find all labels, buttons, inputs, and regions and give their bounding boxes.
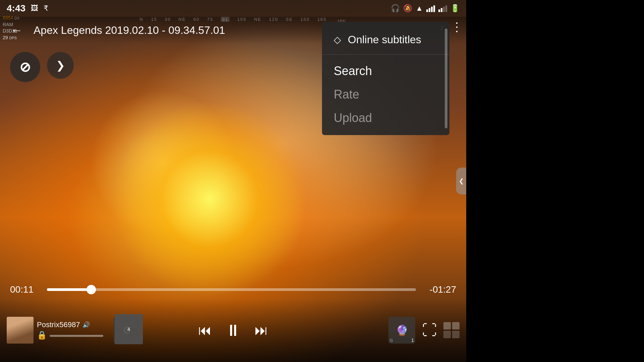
subtitle-dropdown: ◇ Online subtitles Search Rate Upload (322, 22, 449, 135)
bar1 (438, 9, 440, 12)
subtitle-diamond-icon: ◇ (334, 34, 341, 45)
menu-item-upload[interactable]: Upload (322, 104, 449, 132)
rotate-icon: ⊘ (19, 59, 31, 75)
video-area: 4:43 🖼 ₹ 🎧 🔕 ▲ 🔋 8954 DX RA (0, 0, 466, 362)
bar2 (429, 8, 430, 12)
headphone-icon: 🎧 (391, 4, 400, 13)
ammo-label: G (390, 338, 393, 343)
rate-label: Rate (334, 87, 359, 102)
progress-fill (47, 288, 91, 291)
bar3 (431, 7, 433, 12)
progress-area: 00:11 -01:27 (0, 284, 466, 295)
ammo-symbol: 🔮 (396, 324, 408, 336)
more-options-icon[interactable]: ⋮ (451, 20, 463, 34)
hud-block (452, 331, 460, 338)
upload-label: Upload (334, 111, 372, 125)
hud-row1 (443, 322, 460, 329)
signal-bars-2 (438, 5, 447, 12)
center-controls: ⏮ ⏸ ⏭ (158, 321, 309, 340)
rotate-button[interactable]: ⊘ (10, 52, 40, 82)
lock-icon: 🔒 (37, 330, 47, 340)
hud-row2 (443, 331, 460, 338)
dropdown-scrollbar[interactable] (445, 28, 447, 128)
progress-thumb[interactable] (87, 285, 96, 294)
squad-icon[interactable]: ⚙ 4 (113, 317, 140, 344)
bar4 (433, 5, 435, 12)
next-chapter-icon: ❯ (56, 59, 65, 72)
bar4 (445, 5, 447, 12)
bottom-hud-numbers (443, 322, 460, 338)
status-left: 4:43 🖼 ₹ (7, 3, 48, 14)
prev-button[interactable]: ⏮ (198, 323, 212, 338)
hud-block (452, 322, 460, 329)
ammo-icon[interactable]: 🔮 1 G (388, 317, 415, 344)
menu-item-search[interactable]: Search (322, 55, 449, 81)
bottom-bar: Postrix56987 🔊 🔒 ⚙ 4 ⏮ ⏸ ⏭ 🔮 (0, 298, 466, 362)
video-title: Apex Legends 2019.02.10 - 09.34.57.01 (34, 24, 225, 37)
player-audio-icon: 🔊 (83, 321, 90, 328)
menu-item-online-subtitles[interactable]: ◇ Online subtitles (322, 25, 449, 55)
online-subtitles-label: Online subtitles (348, 34, 421, 46)
time-remaining: -01:27 (423, 284, 456, 295)
right-controls: 🔮 1 G ⛶ (309, 317, 460, 344)
fullscreen-button[interactable]: ⛶ (422, 322, 437, 339)
hud-block (443, 322, 451, 329)
next-button[interactable]: ⏭ (255, 323, 268, 338)
time-current: 00:11 (10, 284, 40, 295)
signal-bars-1 (426, 5, 435, 12)
lock-slider[interactable] (50, 335, 103, 337)
avatar-image (7, 317, 34, 344)
bar1 (426, 9, 428, 12)
hud-block (443, 331, 451, 338)
search-label: Search (334, 64, 372, 78)
player-info: Postrix56987 🔊 🔒 ⚙ 4 (7, 317, 158, 344)
squad-badge: 4 (115, 314, 143, 344)
wifi-icon: ▲ (416, 4, 423, 13)
status-time: 4:43 (7, 3, 25, 14)
bar2 (441, 8, 442, 12)
pause-button[interactable]: ⏸ (225, 321, 241, 340)
rupee-status-icon: ₹ (44, 4, 48, 13)
status-right: 🎧 🔕 ▲ 🔋 (391, 4, 460, 13)
right-edge-tab[interactable]: ❮ (456, 168, 466, 194)
progress-bar[interactable] (47, 288, 416, 291)
back-button[interactable]: ← (7, 20, 27, 40)
ammo-count: 1 (411, 338, 414, 343)
status-bar: 4:43 🖼 ₹ 🎧 🔕 ▲ 🔋 (0, 0, 466, 17)
avatar (7, 317, 34, 344)
mute-icon: 🔕 (403, 4, 412, 13)
battery-icon: 🔋 (450, 4, 460, 13)
right-edge-icon: ❮ (459, 177, 464, 185)
bar3 (443, 7, 445, 12)
player-name: Postrix56987 (37, 320, 80, 329)
next-chapter-button[interactable]: ❯ (47, 52, 74, 79)
menu-item-rate[interactable]: Rate (322, 81, 449, 104)
right-sidebar (466, 0, 644, 362)
image-status-icon: 🖼 (31, 4, 38, 13)
back-arrow-icon: ← (11, 23, 23, 37)
